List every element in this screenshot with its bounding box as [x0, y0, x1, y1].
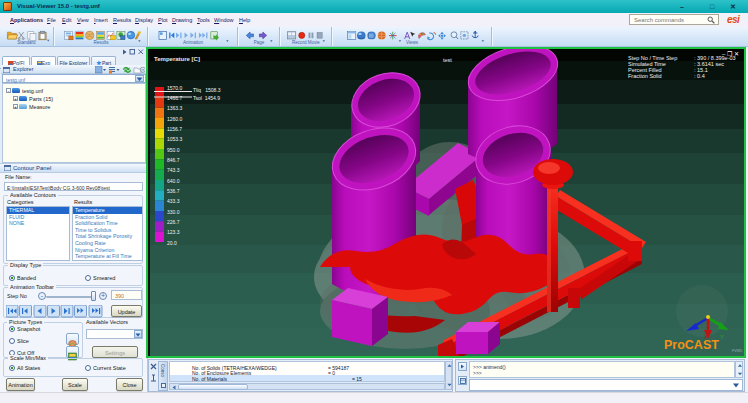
- svg-text:Y: Y: [720, 334, 724, 340]
